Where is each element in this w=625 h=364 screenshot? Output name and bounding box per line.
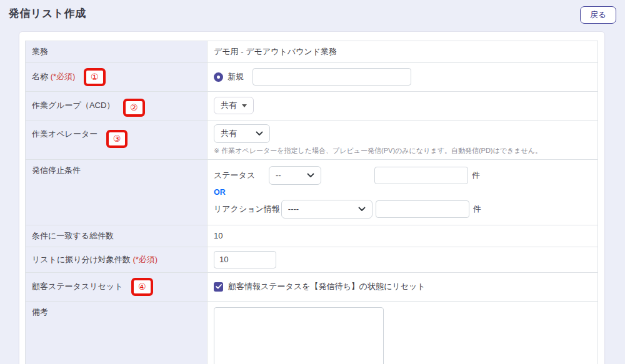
row-remarks: 備考	[26, 301, 598, 364]
assign-count-required-mark: (*必須)	[132, 255, 158, 264]
business-label: 業務	[26, 41, 208, 63]
status-reset-checkbox-label: 顧客情報ステータスを【発信待ち】の状態にリセット	[228, 281, 426, 292]
work-operator-note: ※ 作業オペレーターを指定した場合、プレビュー発信(PV)のみになります。自動発…	[214, 146, 591, 155]
row-name: 名称 (*必須) ① 新規	[26, 63, 598, 92]
status-select[interactable]: --	[269, 166, 321, 185]
row-business: 業務 デモ用 - デモアウトバウンド業務	[26, 41, 598, 63]
total-count-value: 10	[208, 225, 598, 247]
row-work-group: 作業グループ（ACD） ② 共有	[26, 91, 598, 120]
remarks-label: 備考	[26, 301, 208, 364]
annotation-1: ①	[84, 68, 106, 86]
work-operator-select[interactable]: 共有	[214, 124, 270, 143]
reaction-select-value: ----	[288, 204, 299, 214]
row-work-operator: 作業オペレーター ③ 共有 ※ 作業オペレーターを指定した場合、プレビュー発信(…	[26, 120, 598, 159]
total-count-label: 条件に一致する総件数	[26, 225, 208, 247]
status-reset-checkbox[interactable]	[214, 282, 223, 292]
page-title: 発信リスト作成	[9, 6, 86, 21]
status-select-value: --	[276, 170, 281, 180]
status-reset-label: 顧客ステータスリセット	[32, 282, 122, 291]
work-group-dropdown-value: 共有	[221, 100, 237, 111]
outbound-list-form: 業務 デモ用 - デモアウトバウンド業務 名称 (*必須) ① 新規 作業グルー…	[25, 41, 598, 364]
reaction-select[interactable]: ----	[281, 200, 372, 219]
name-required-mark: (*必須)	[51, 72, 76, 81]
row-total-count: 条件に一致する総件数 10	[26, 225, 598, 247]
reaction-unit-label: 件	[473, 204, 481, 215]
work-group-label: 作業グループ（ACD）	[32, 101, 114, 110]
check-icon	[216, 284, 222, 289]
chevron-down-icon	[256, 131, 263, 136]
form-card: 業務 デモ用 - デモアウトバウンド業務 名称 (*必須) ① 新規 作業グルー…	[19, 31, 605, 364]
work-operator-select-value: 共有	[221, 128, 237, 139]
new-radio-label: 新規	[228, 71, 244, 82]
stop-condition-label: 発信停止条件	[26, 159, 208, 225]
business-value: デモ用 - デモアウトバウンド業務	[208, 41, 598, 63]
name-label: 名称	[32, 72, 48, 81]
or-label: OR	[214, 188, 591, 197]
status-label: ステータス	[214, 170, 269, 181]
row-stop-condition: 発信停止条件 ステータス -- 件 OR リアクション情報	[26, 159, 598, 225]
annotation-4: ④	[131, 278, 153, 296]
new-radio[interactable]	[214, 72, 223, 82]
annotation-3: ③	[106, 130, 128, 148]
name-input[interactable]	[252, 68, 411, 86]
caret-down-icon	[242, 104, 247, 107]
back-button[interactable]: 戻る	[580, 6, 616, 24]
remarks-textarea[interactable]	[214, 307, 384, 364]
chevron-down-icon	[358, 207, 366, 212]
work-operator-label: 作業オペレーター	[32, 129, 98, 139]
assign-count-input[interactable]	[214, 251, 276, 268]
reaction-label: リアクション情報	[214, 204, 280, 215]
chevron-down-icon	[307, 173, 314, 178]
status-unit-label: 件	[472, 170, 480, 181]
annotation-2: ②	[123, 99, 145, 117]
page-header: 発信リスト作成 戻る	[0, 0, 625, 29]
reaction-count-input[interactable]	[376, 200, 469, 218]
row-assign-count: リストに振り分け対象件数 (*必須)	[26, 247, 598, 272]
work-group-dropdown[interactable]: 共有	[214, 97, 254, 114]
status-count-input[interactable]	[374, 167, 468, 184]
row-status-reset: 顧客ステータスリセット ④ 顧客情報ステータスを【発信待ち】の状態にリセット	[26, 272, 598, 301]
assign-count-label: リストに振り分け対象件数	[32, 255, 131, 264]
